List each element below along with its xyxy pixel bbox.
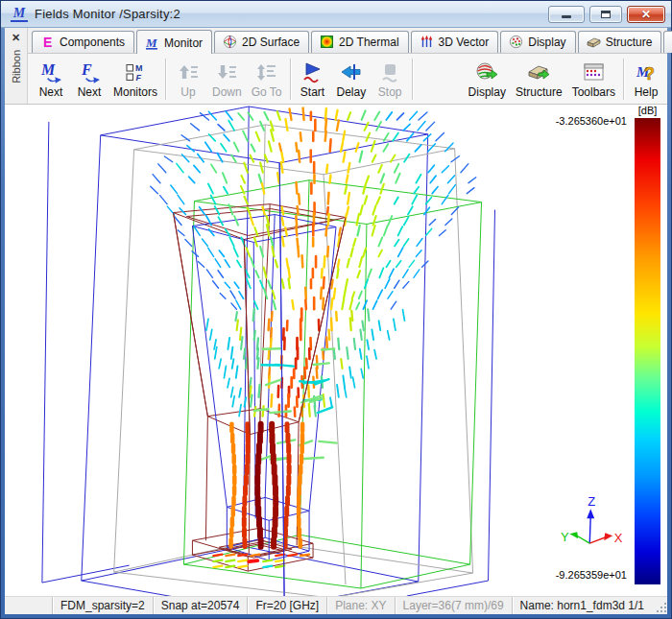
toolbar-separator xyxy=(165,59,166,100)
svg-text:E: E xyxy=(43,35,52,49)
next-field-icon: F xyxy=(78,60,102,84)
minimize-icon xyxy=(562,15,571,18)
tab-monitor[interactable]: M Monitor xyxy=(136,30,212,54)
help-icon: M? xyxy=(635,60,659,84)
svg-text:F: F xyxy=(135,73,141,83)
axis-y-label: Y xyxy=(561,530,569,544)
tab-label: Structure xyxy=(606,36,653,49)
toolbar-spacer xyxy=(416,56,463,103)
ribbon-main: E Components M Monitor 2D Surface 2D The… xyxy=(28,28,667,104)
toolbar-separator xyxy=(290,59,291,100)
start-button[interactable]: Start xyxy=(294,56,332,103)
fields-monitor-window: M Fields Monitor /Sparsity:2 ✕ ✕ Ribbon … xyxy=(0,0,672,619)
axis-z-label: Z xyxy=(588,494,595,509)
tab-label: Components xyxy=(60,36,125,49)
minimize-button[interactable] xyxy=(548,6,585,23)
tab-components[interactable]: E Components xyxy=(32,31,134,53)
status-sparsity: FDM_sparsity=2 xyxy=(52,597,153,614)
next-field-button[interactable]: F Next xyxy=(70,56,108,103)
status-frequency: Fr=20 [GHz] xyxy=(247,597,326,614)
scene-svg: Z X Y xyxy=(5,105,667,596)
svg-text:?: ? xyxy=(644,64,655,83)
stop-icon xyxy=(378,60,402,84)
toolbar-separator xyxy=(412,59,413,100)
vector-3d-icon xyxy=(420,35,434,49)
up-icon xyxy=(177,60,201,84)
components-icon: E xyxy=(40,35,55,49)
ribbon: ✕ Ribbon E Components M Monitor 2D Surfa… xyxy=(5,28,667,105)
tab-label: Monitor xyxy=(164,36,203,50)
goto-icon xyxy=(254,60,278,84)
status-layer: Layer=36(7 mm)/69 xyxy=(395,597,512,614)
3d-view[interactable]: Z X Y [dB] -3.265360e+01 -9.265359e+01 xyxy=(5,105,667,596)
window-controls: ✕ xyxy=(548,6,667,23)
app-icon: M xyxy=(11,7,28,22)
monitors-grid-icon: MF xyxy=(124,60,148,84)
display-button[interactable]: Display xyxy=(464,56,511,103)
status-snap: Snap at=20574 xyxy=(153,597,248,614)
ribbon-strip: ✕ Ribbon xyxy=(5,28,28,104)
stop-button: Stop xyxy=(371,56,409,103)
colorbar-min-value: -9.265359e+01 xyxy=(556,569,627,581)
gray-box xyxy=(114,125,473,596)
titlebar[interactable]: M Fields Monitor /Sparsity:2 ✕ xyxy=(1,1,671,28)
thermal-2d-icon xyxy=(320,35,334,49)
tab-2d-thermal[interactable]: 2D Thermal xyxy=(311,31,408,53)
window-title: Fields Monitor /Sparsity:2 xyxy=(35,7,180,21)
resize-grip[interactable] xyxy=(654,598,667,613)
tab-export[interactable]: M Export xyxy=(663,31,672,53)
tab-display[interactable]: Display xyxy=(500,31,575,53)
monitor-icon: M xyxy=(145,36,159,50)
delay-button[interactable]: Delay xyxy=(332,56,372,103)
tab-structure[interactable]: Structure xyxy=(578,31,662,53)
ribbon-close-icon: ✕ xyxy=(12,32,20,44)
down-icon xyxy=(215,60,239,84)
status-plane: Plane: XY xyxy=(326,597,394,614)
surface-2d-icon xyxy=(223,35,237,49)
toolbars-button[interactable]: Toolbars xyxy=(567,56,620,103)
svg-text:M: M xyxy=(145,36,157,50)
svg-text:M: M xyxy=(40,61,56,78)
monitors-button[interactable]: MF Monitors xyxy=(108,56,162,103)
display-sphere-icon xyxy=(509,35,523,49)
next-monitor-icon: M xyxy=(39,60,63,84)
up-button: Up xyxy=(169,56,207,103)
structure-wedge-icon xyxy=(587,35,601,49)
close-button[interactable]: ✕ xyxy=(627,6,665,23)
goto-button: Go To xyxy=(247,56,287,103)
colorbar xyxy=(635,118,660,584)
display-sphere-icon xyxy=(475,60,499,84)
tab-2d-surface[interactable]: 2D Surface xyxy=(214,31,309,53)
colorbar-unit: [dB] xyxy=(635,105,660,116)
tab-label: 2D Thermal xyxy=(339,36,398,49)
axis-x-label: X xyxy=(614,531,623,545)
toolbar-separator xyxy=(623,59,624,100)
ribbon-strip-label: Ribbon xyxy=(11,50,22,83)
help-button[interactable]: M? Help xyxy=(627,56,665,103)
down-button: Down xyxy=(207,56,247,103)
colorbar-max-value: -3.265360e+01 xyxy=(556,115,627,127)
tab-label: Display xyxy=(528,36,565,49)
ribbon-close-button[interactable]: ✕ xyxy=(8,29,25,46)
start-icon xyxy=(300,60,324,84)
delay-icon xyxy=(339,60,363,84)
ribbon-toolbar: M Next F Next MF Monitors Up xyxy=(28,54,667,104)
next-monitor-button[interactable]: M Next xyxy=(32,56,70,103)
statusbar: FDM_sparsity=2 Snap at=20574 Fr=20 [GHz]… xyxy=(5,596,667,614)
close-icon: ✕ xyxy=(641,9,651,20)
tab-3d-vector[interactable]: 3D Vector xyxy=(411,31,499,53)
axis-triad: Z X Y xyxy=(561,494,623,545)
tab-label: 3D Vector xyxy=(439,36,490,49)
tab-bar: E Components M Monitor 2D Surface 2D The… xyxy=(28,28,667,54)
restore-icon xyxy=(601,11,611,18)
svg-text:F: F xyxy=(81,61,92,78)
toolbars-icon xyxy=(582,60,606,84)
restore-button[interactable] xyxy=(589,6,622,23)
svg-text:M: M xyxy=(135,63,143,73)
tab-label: 2D Surface xyxy=(242,36,300,49)
structure-button[interactable]: Structure xyxy=(511,56,567,103)
structure-wedge-icon xyxy=(527,60,551,84)
status-name: Name: horn1_fdm3d 1/1 xyxy=(512,597,652,614)
